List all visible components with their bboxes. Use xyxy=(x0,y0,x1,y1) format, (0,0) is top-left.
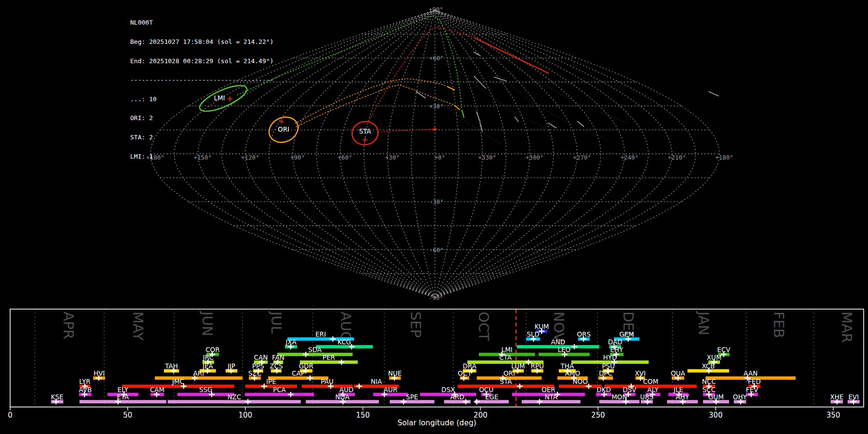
shower-label-JMC: JMC xyxy=(172,378,184,385)
lon-label: +30° xyxy=(385,154,400,161)
shower-label-NTA: NTA xyxy=(544,393,557,401)
shower-KSE: KSE xyxy=(51,393,64,405)
peak-marker-EGE xyxy=(474,399,480,405)
radiant-STA: STA xyxy=(350,120,380,147)
x-tick-label-300: 300 xyxy=(709,411,723,420)
shower-label-SSG: SSG xyxy=(199,386,213,393)
shower-label-DAD: DAD xyxy=(608,338,623,346)
shower-bar-SDA xyxy=(277,353,353,356)
shower-label-NZC: NZC xyxy=(227,393,241,401)
lon-label: +270° xyxy=(573,154,591,161)
lon-label: +0° xyxy=(434,154,446,161)
peak-marker-CAP xyxy=(307,376,313,381)
month-label-JUL: JUL xyxy=(268,311,285,334)
shower-XCB: XCB xyxy=(688,362,729,374)
shower-label-AUD: AUD xyxy=(339,386,354,393)
lon-label: +180° xyxy=(715,154,733,161)
lat-label: +60° xyxy=(429,54,444,62)
shower-bar-ETA xyxy=(80,400,166,404)
x-tick-label-150: 150 xyxy=(356,411,370,420)
shower-label-AND: AND xyxy=(551,338,565,346)
shower-JIP: JIP xyxy=(226,362,237,374)
shower-OHY: OHY xyxy=(733,393,747,405)
trail-solid-meteor xyxy=(474,38,549,73)
shower-label-COM: COM xyxy=(643,378,658,385)
lon-label: +210° xyxy=(668,154,686,161)
month-label-APR: APR xyxy=(60,312,77,339)
shower-label-XCB: XCB xyxy=(702,362,715,370)
shower-XHE: XHE xyxy=(830,393,843,405)
shower-label-STA: STA xyxy=(500,378,513,385)
shower-bar-SPE xyxy=(390,400,434,404)
shower-label-URS: URS xyxy=(640,393,654,401)
month-label-SEP: SEP xyxy=(407,312,424,338)
sporadic-trail xyxy=(494,77,506,81)
count-sta: STA: 2 xyxy=(130,134,273,140)
shower-bar-KCG xyxy=(316,345,373,349)
x-tick-label-100: 100 xyxy=(238,411,252,420)
sporadic-trail xyxy=(476,112,480,122)
radiant-center-cross-ORI xyxy=(279,119,284,124)
month-label-MAR: MAR xyxy=(839,312,855,343)
shower-label-FEV: FEV xyxy=(746,386,759,393)
shower-label-KSE: KSE xyxy=(51,393,64,401)
shower-label-LMI: LMI xyxy=(502,346,513,353)
sporadic-trail xyxy=(709,92,719,96)
shower-label-PCA: PCA xyxy=(273,386,286,393)
month-label-JAN: JAN xyxy=(695,311,712,336)
trail-solid-meteor xyxy=(454,105,460,110)
peak-marker-PER xyxy=(339,360,344,365)
shower-DPC: DPC xyxy=(598,369,613,381)
peak-marker-AND xyxy=(571,344,577,350)
count-sporadic: ...: 10 xyxy=(130,96,273,102)
count-lmi: LMI: 1 xyxy=(130,153,273,160)
lon-label: +90° xyxy=(290,154,305,161)
shower-label-ETA: ETA xyxy=(117,393,129,401)
lon-label: +240° xyxy=(621,154,639,161)
month-label-FEB: FEB xyxy=(771,312,787,338)
activity-lane: LYRJMCIPEPAUNIASTANOOCOMNCCFED xyxy=(79,378,761,389)
shower-label-EGE: EGE xyxy=(485,393,499,401)
station-id: NL000T xyxy=(130,19,273,26)
sporadic-trail xyxy=(474,52,480,55)
activity-chart: APRMAYJUNJULAUGSEPOCTNOVDECJANFEBMARKUME… xyxy=(8,309,864,427)
begin-time: Beg: 20251027 17:58:04 (sol = 214.22°) xyxy=(130,39,273,45)
shower-SZC: SZC xyxy=(248,369,261,381)
shower-bar-AUR xyxy=(373,393,408,396)
shower-JXA: JXA xyxy=(285,338,297,350)
lat-label: +30° xyxy=(429,103,444,110)
shower-label-LEO: LEO xyxy=(557,346,570,353)
shower-label-EHY: EHY xyxy=(610,346,624,353)
shower-label-ALY: ALY xyxy=(647,386,659,393)
peak-marker-ERI xyxy=(330,337,336,342)
shower-bar-STA xyxy=(458,385,554,388)
shower-label-ARD: ARD xyxy=(450,393,464,401)
shower-label-OCT: OCT xyxy=(458,369,472,377)
sporadic-trail xyxy=(548,123,556,128)
shower-label-IPE: IPE xyxy=(266,378,276,385)
shower-EGE: EGE xyxy=(474,393,509,405)
lon-label: +300° xyxy=(526,154,544,161)
shower-activity-lanes: KUMERISLDORSGEMJXAKCGANDDADCORSDALMILEOE… xyxy=(51,323,860,405)
radiant-label-STA: STA xyxy=(359,127,371,135)
shower-OCT: OCT xyxy=(458,369,472,381)
shower-label-SPE: SPE xyxy=(406,393,418,401)
shower-label-AMO: AMO xyxy=(565,369,581,377)
lat-label: -60° xyxy=(429,246,444,254)
lat-label: -30° xyxy=(429,198,444,205)
shower-label-PER: PER xyxy=(323,353,335,361)
count-ori: ORI: 2 xyxy=(130,115,273,121)
shower-bar-JMC xyxy=(122,385,234,388)
shower-bar-ARI xyxy=(155,377,243,380)
shower-label-GEM: GEM xyxy=(619,330,634,338)
shower-label-ELY: ELY xyxy=(118,386,129,393)
shower-label-CTA: CTA xyxy=(499,353,512,361)
month-label-JUN: JUN xyxy=(199,311,216,336)
shower-bar-EGE xyxy=(475,400,509,404)
shower-bar-IPE xyxy=(245,385,297,388)
shower-label-AAN: AAN xyxy=(744,369,758,377)
shower-FEV: FEV xyxy=(746,386,759,397)
shower-QUA: QUA xyxy=(671,369,686,381)
sporadic-trail xyxy=(578,122,583,126)
sporadic-trail xyxy=(515,117,518,122)
